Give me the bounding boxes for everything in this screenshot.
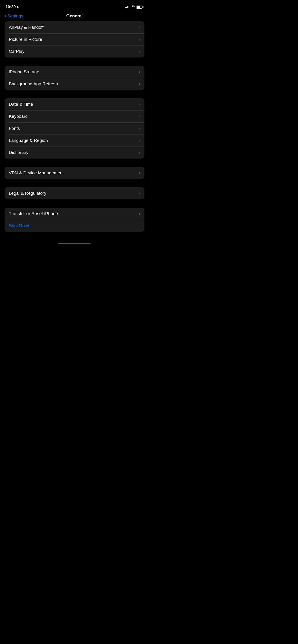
settings-group-storage: iPhone Storage › Background App Refresh …	[5, 66, 144, 90]
settings-group-localization: Date & Time › Keyboard › Fonts › Languag…	[5, 98, 144, 158]
pip-chevron-icon: ›	[139, 37, 140, 42]
carplay-label: CarPlay	[9, 49, 25, 54]
settings-item-language-region[interactable]: Language & Region ›	[5, 134, 144, 146]
vpn-chevron-icon: ›	[139, 171, 140, 175]
date-time-chevron-icon: ›	[139, 102, 140, 106]
signal-bar-1	[125, 8, 126, 8]
transfer-reset-label: Transfer or Reset iPhone	[9, 211, 58, 216]
signal-bar-4	[129, 6, 129, 8]
settings-item-picture-in-picture[interactable]: Picture in Picture ›	[5, 34, 144, 46]
vpn-label: VPN & Device Management	[9, 170, 64, 176]
dictionary-chevron-icon: ›	[139, 150, 140, 154]
nav-bar: ‹ Settings General	[0, 12, 149, 21]
fonts-label: Fonts	[9, 126, 20, 131]
settings-item-keyboard[interactable]: Keyboard ›	[5, 110, 144, 122]
signal-bar-3	[127, 6, 128, 8]
wifi-icon	[131, 5, 135, 9]
iphone-storage-chevron-icon: ›	[139, 70, 140, 74]
page-title: General	[66, 14, 83, 18]
language-region-chevron-icon: ›	[139, 138, 140, 142]
settings-content: AirPlay & Handoff › Picture in Picture ›…	[0, 21, 149, 232]
dictionary-label: Dictionary	[9, 150, 28, 155]
settings-item-legal[interactable]: Legal & Regulatory ›	[5, 187, 144, 199]
home-indicator	[0, 240, 149, 246]
back-button[interactable]: ‹ Settings	[5, 14, 23, 18]
status-bar: 10:29 ➤	[0, 0, 149, 12]
legal-label: Legal & Regulatory	[9, 191, 47, 196]
iphone-storage-label: iPhone Storage	[9, 69, 39, 74]
status-icons	[125, 5, 143, 9]
signal-bar-2	[126, 7, 127, 8]
legal-chevron-icon: ›	[139, 191, 140, 196]
location-arrow-icon: ➤	[17, 5, 19, 9]
back-chevron-icon: ‹	[5, 14, 6, 18]
settings-item-date-time[interactable]: Date & Time ›	[5, 98, 144, 110]
transfer-reset-chevron-icon: ›	[139, 212, 140, 216]
battery-icon	[136, 6, 143, 8]
settings-item-vpn[interactable]: VPN & Device Management ›	[5, 167, 144, 179]
bg-refresh-chevron-icon: ›	[139, 82, 140, 86]
settings-item-shutdown[interactable]: Shut Down	[5, 220, 144, 232]
pip-label: Picture in Picture	[9, 37, 42, 42]
settings-item-airplay[interactable]: AirPlay & Handoff ›	[5, 21, 144, 34]
settings-item-dictionary[interactable]: Dictionary ›	[5, 146, 144, 158]
status-time: 10:29 ➤	[6, 5, 19, 9]
settings-group-vpn: VPN & Device Management ›	[5, 167, 144, 179]
settings-item-iphone-storage[interactable]: iPhone Storage ›	[5, 66, 144, 78]
language-region-label: Language & Region	[9, 138, 48, 143]
settings-group-legal: Legal & Regulatory ›	[5, 187, 144, 199]
airplay-chevron-icon: ›	[139, 25, 140, 30]
carplay-chevron-icon: ›	[139, 50, 140, 54]
keyboard-label: Keyboard	[9, 114, 28, 119]
airplay-label: AirPlay & Handoff	[9, 25, 44, 30]
settings-item-background-app-refresh[interactable]: Background App Refresh ›	[5, 78, 144, 90]
fonts-chevron-icon: ›	[139, 126, 140, 130]
bg-refresh-label: Background App Refresh	[9, 81, 58, 86]
back-label: Settings	[7, 14, 23, 18]
settings-item-carplay[interactable]: CarPlay ›	[5, 46, 144, 58]
home-bar	[58, 243, 91, 244]
keyboard-chevron-icon: ›	[139, 114, 140, 118]
shutdown-label: Shut Down	[9, 223, 31, 228]
settings-group-connectivity: AirPlay & Handoff › Picture in Picture ›…	[5, 21, 144, 58]
settings-item-fonts[interactable]: Fonts ›	[5, 122, 144, 134]
settings-item-transfer-reset[interactable]: Transfer or Reset iPhone ›	[5, 208, 144, 220]
date-time-label: Date & Time	[9, 102, 33, 107]
time-label: 10:29	[6, 5, 16, 9]
signal-bars-icon	[125, 6, 129, 8]
settings-group-reset: Transfer or Reset iPhone › Shut Down	[5, 208, 144, 232]
